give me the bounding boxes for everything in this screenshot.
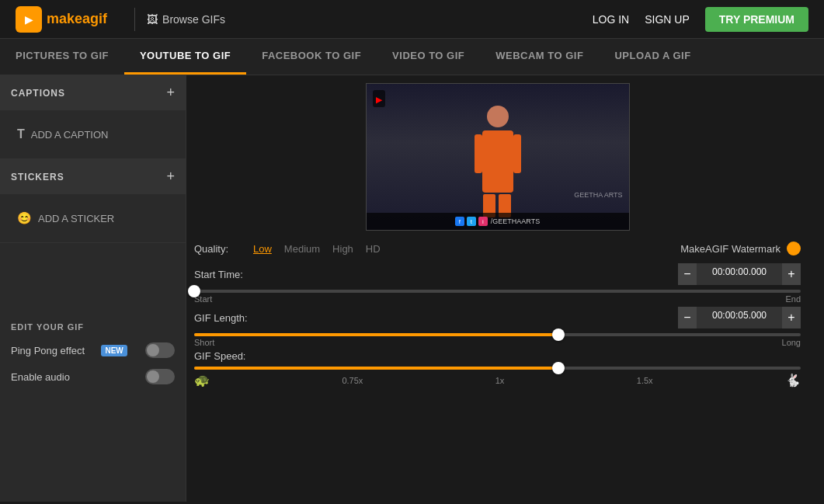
controls-area: Quality: Low Medium High HD MakeAGIF Wat… — [186, 242, 808, 388]
add-sticker-label: ADD A STICKER — [38, 213, 114, 224]
new-badge: NEW — [101, 345, 127, 356]
slow-speed-icon: 🐢 — [194, 373, 210, 388]
quality-row: Quality: Low Medium High HD MakeAGIF Wat… — [194, 242, 801, 255]
stickers-header: STICKERS + — [0, 159, 186, 194]
social-icons: f t i — [455, 217, 488, 226]
image-icon: 🖼 — [147, 13, 158, 26]
gif-length-label: GIF Length: — [194, 312, 264, 324]
stickers-section: STICKERS + 😊 ADD A STICKER — [0, 159, 186, 243]
gif-length-decrement[interactable]: − — [678, 307, 697, 328]
tab-upload[interactable]: UPLOAD A GIF — [599, 39, 706, 75]
captions-header: CAPTIONS + — [0, 75, 186, 110]
edit-gif-section: EDIT YOUR GIF Ping Pong effect NEW Enabl… — [0, 313, 186, 405]
browse-gifs-link[interactable]: 🖼 Browse GIFs — [147, 13, 225, 26]
add-caption-label: ADD A CAPTION — [31, 129, 109, 141]
video-scene: ▶ — [367, 84, 629, 230]
video-bottom-bar: f t i /GEETHAARTS — [367, 213, 629, 230]
channel-name: /GEETHAARTS — [491, 217, 540, 225]
text-icon: T — [17, 127, 25, 141]
start-slider-thumb[interactable] — [188, 285, 200, 297]
speed-15: 1.5x — [637, 376, 653, 385]
logo-agif: agif — [82, 11, 107, 26]
person-figure — [467, 106, 529, 222]
gif-length-display: 00:00:05.000 — [697, 307, 782, 328]
speed-1: 1x — [495, 376, 505, 385]
spacer — [0, 243, 186, 313]
captions-section: CAPTIONS + T ADD A CAPTION — [0, 75, 186, 159]
tab-facebook[interactable]: FACEBOOK TO GIF — [246, 39, 377, 75]
quality-low[interactable]: Low — [253, 243, 272, 255]
start-time-control: − 00:00:00.000 + — [678, 263, 801, 285]
length-slider-labels: Short Long — [194, 338, 801, 347]
start-slider-labels: Start End — [194, 294, 801, 304]
watermark-label: MakeAGIF Watermark — [680, 243, 781, 255]
video-preview: ▶ — [366, 83, 630, 231]
speed-slider-thumb[interactable] — [552, 362, 565, 374]
browse-gifs-label: Browse GIFs — [162, 13, 225, 26]
main-content: CAPTIONS + T ADD A CAPTION STICKERS + 😊 … — [0, 75, 824, 502]
speed-slider-track — [194, 367, 801, 370]
end-label: End — [785, 294, 801, 304]
youtube-logo: ▶ — [373, 90, 385, 107]
start-time-decrement[interactable]: − — [678, 263, 697, 285]
gif-speed-label: GIF Speed: — [194, 350, 264, 362]
short-label: Short — [194, 338, 214, 347]
watermark-toggle-dot[interactable] — [787, 242, 801, 255]
facebook-icon-small: f — [455, 217, 464, 226]
header-divider — [134, 8, 135, 31]
add-sticker-button[interactable]: 😊 ADD A STICKER — [12, 207, 173, 230]
try-premium-button[interactable]: TRY PREMIUM — [705, 7, 808, 32]
length-slider-thumb[interactable] — [552, 328, 565, 341]
watermark-row: MakeAGIF Watermark — [680, 242, 801, 255]
login-button[interactable]: LOG IN — [593, 13, 629, 26]
fast-speed-icon: 🐇 — [785, 373, 801, 388]
video-watermark: GEETHA ARTS — [574, 191, 622, 199]
quality-high[interactable]: High — [332, 243, 353, 255]
ping-pong-label: Ping Pong effect — [11, 345, 85, 356]
tab-webcam[interactable]: WEBCAM TO GIF — [480, 39, 599, 75]
speed-labels: 🐢 0.75x 1x 1.5x 🐇 — [194, 373, 801, 388]
ping-pong-toggle[interactable] — [145, 342, 175, 358]
length-slider-track — [194, 333, 801, 336]
captions-title: CAPTIONS — [11, 88, 65, 99]
gif-length-increment[interactable]: + — [782, 307, 801, 328]
enable-audio-toggle[interactable] — [145, 369, 175, 384]
tab-video[interactable]: VIDEO TO GIF — [377, 39, 480, 75]
logo-make: make — [47, 11, 82, 26]
start-slider-track — [194, 290, 801, 293]
right-panel: ▶ — [186, 75, 824, 502]
captions-add-icon[interactable]: + — [166, 85, 175, 101]
gif-length-row: GIF Length: − 00:00:05.000 + — [194, 307, 801, 328]
sticker-icon: 😊 — [17, 211, 32, 225]
stickers-title: STICKERS — [11, 172, 64, 182]
enable-audio-label: Enable audio — [11, 371, 70, 383]
nav-tabs: PICTURES TO GIF YOUTUBE TO GIF FACEBOOK … — [0, 39, 824, 75]
quality-label: Quality: — [194, 243, 241, 255]
tab-pictures[interactable]: PICTURES TO GIF — [0, 39, 124, 75]
ping-pong-row: Ping Pong effect NEW — [11, 342, 175, 358]
logo-icon — [16, 6, 42, 33]
left-panel: CAPTIONS + T ADD A CAPTION STICKERS + 😊 … — [0, 75, 186, 502]
signup-button[interactable]: SIGN UP — [645, 13, 690, 26]
gif-speed-row: GIF Speed: — [194, 350, 801, 362]
speed-075: 0.75x — [342, 376, 363, 385]
length-slider-container: Short Long — [194, 333, 801, 347]
logo[interactable]: makeagif — [16, 6, 107, 33]
start-time-display: 00:00:00.000 — [697, 263, 782, 285]
instagram-icon-small: i — [478, 217, 488, 226]
quality-hd[interactable]: HD — [366, 243, 381, 255]
start-time-label: Start Time: — [194, 269, 264, 280]
add-caption-button[interactable]: T ADD A CAPTION — [12, 123, 173, 146]
start-time-increment[interactable]: + — [782, 263, 801, 285]
length-slider-fill — [194, 333, 558, 336]
video-container: ▶ — [186, 83, 808, 231]
header: makeagif 🖼 Browse GIFs LOG IN SIGN UP TR… — [0, 0, 824, 39]
tab-youtube[interactable]: YOUTUBE TO GIF — [124, 39, 246, 75]
speed-slider-fill — [194, 367, 558, 370]
speed-slider-container: 🐢 0.75x 1x 1.5x 🐇 — [194, 367, 801, 388]
start-time-row: Start Time: − 00:00:00.000 + — [194, 263, 801, 285]
stickers-add-icon[interactable]: + — [166, 169, 175, 185]
quality-medium[interactable]: Medium — [284, 243, 320, 255]
gif-length-control: − 00:00:05.000 + — [678, 307, 801, 328]
logo-text: makeagif — [47, 11, 107, 27]
